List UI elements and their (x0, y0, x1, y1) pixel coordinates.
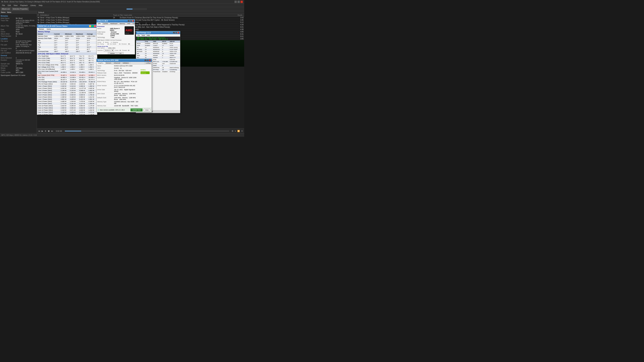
zen-val3: 10 (162, 53, 169, 55)
tab-memory[interactable]: Memory (118, 22, 126, 25)
sensor-min: 14.010 A (69, 74, 79, 76)
eq-icon[interactable]: ≡ (235, 130, 236, 132)
zen-close[interactable]: × (178, 32, 179, 33)
playlist-columns: P... Artist/album Track no Title / track… (37, 14, 244, 16)
sensor-current: 3.902 W (60, 98, 69, 100)
cpuz-family-row: Family F Model 1 Stepping (97, 41, 134, 43)
sensor-name: CPU CCo2 (Tdie) (37, 62, 60, 64)
menu-library[interactable]: Library (29, 4, 38, 7)
tab-bench[interactable]: Bench (140, 22, 146, 25)
zen-label: GDM (136, 44, 144, 46)
sensor-min: 42.0 °C (69, 55, 79, 57)
sensor-min: 33.8 °C (69, 59, 79, 62)
shuffle-icon[interactable]: 🔀 (237, 130, 240, 132)
artist-key: Artist Name (1, 17, 16, 19)
gpu-tab-advanced[interactable]: Advanced (112, 62, 122, 64)
sensor-min: 46.976 W (69, 81, 79, 83)
zen-label: tRP (136, 53, 144, 55)
prev-button[interactable]: ⏮ (38, 130, 40, 132)
gpu-driver-row: Driver Version 27.21.14.6140 (NVIDIA 461… (97, 85, 138, 88)
codec-value: MP3 (16, 69, 19, 71)
sensor-min: 0.191 W (69, 103, 79, 105)
close-update-button[interactable]: Close (144, 109, 150, 111)
maximize-button[interactable]: □ (238, 1, 240, 3)
cpuz-maximize[interactable]: □ (130, 20, 132, 22)
menu-file[interactable]: File (1, 4, 6, 7)
sensor-max: 4.633 W (78, 83, 88, 85)
sensor-min: 1.205 W (69, 87, 79, 89)
minimize-button[interactable]: − (234, 1, 237, 3)
gpu-maximize[interactable]: □ (147, 59, 148, 61)
gpu-close[interactable]: × (149, 59, 150, 61)
tab-mainboard[interactable]: Mainboard (109, 22, 119, 25)
filename-key: File name (1, 40, 16, 43)
zentimings-titlebar: ZenTimings 1.2.2 _ □ × (136, 31, 180, 34)
ok-button[interactable]: OK (118, 52, 124, 54)
close-icon[interactable]: ✕ (241, 130, 243, 132)
zen-maximize[interactable]: □ (175, 32, 177, 33)
seek-bar[interactable] (126, 8, 146, 10)
cpuz-minimize[interactable]: _ (128, 20, 130, 22)
sensor-name: Core 11 Power (SMU) (37, 107, 60, 109)
progress-bar[interactable] (65, 131, 229, 132)
last-modified-value: 2019-06-05 04:42:16 (16, 52, 31, 54)
list-item[interactable]: Mr. Bond - A Nazi Goes To Afrika (Mixtap… (37, 19, 244, 21)
metadata-title: Metadata (1, 14, 36, 17)
cpuz-close[interactable]: × (132, 20, 134, 22)
gpu-tab-sensors[interactable]: Sensors (105, 62, 112, 64)
tab-cpu[interactable]: CPU (96, 22, 102, 25)
tab-graphics[interactable]: Graphics (132, 22, 140, 25)
title-bar: Mr. Bond - [Screw Your Optics, I'm Going… (0, 0, 244, 4)
tab-spd[interactable]: SPD (126, 22, 132, 25)
zen-col-3600: 3600 (152, 40, 162, 42)
hwinfo-menu-sensor[interactable]: Sensor (38, 28, 45, 30)
cpuz-package-row: Package Socket AM4 (1331) (97, 33, 124, 36)
menu-help[interactable]: Help (38, 4, 44, 7)
zen-menu-help[interactable]: Help (146, 34, 150, 36)
zen-val1: 14 (144, 46, 152, 49)
metadata-section: Metadata Artist Name Mr. Bond Track Titl… (0, 14, 37, 77)
close-button[interactable]: × (240, 1, 243, 3)
sensor-avg: 1.635 W (88, 107, 97, 109)
sensor-max: 55.427 A (78, 79, 88, 81)
next-button[interactable]: ⏭ (51, 130, 53, 132)
gpu-tab-graphics[interactable]: Graphics (96, 62, 105, 64)
hwinfo-close[interactable] (94, 25, 96, 27)
gpu-lookup-button[interactable]: Lookup (144, 62, 152, 64)
update-now-button[interactable]: Update Now (130, 108, 142, 111)
tab-about[interactable]: About (146, 22, 152, 25)
play-button[interactable]: ▶ (42, 130, 43, 132)
hwinfo-menu-icons[interactable]: Icons (46, 28, 52, 30)
gpu-minimize[interactable]: _ (144, 59, 146, 61)
album-artist-key: Album Artist (1, 33, 16, 35)
menu-view[interactable]: View (12, 4, 19, 7)
menu-edit[interactable]: Edit (6, 4, 12, 7)
zen-val2: tWRRD (152, 57, 162, 59)
list-item[interactable]: Mr. Bond - A Nazi Goes To Afrika (Mixtap… (37, 16, 244, 19)
settings-icon[interactable]: ⚙ (232, 130, 234, 132)
sensor-current: 2.149 W (60, 111, 69, 113)
sensor-avg: 256 T (86, 50, 97, 53)
tab-caches[interactable]: Caches (102, 22, 109, 25)
sensor-avg: 44.0 T (86, 46, 97, 48)
socket-selector[interactable]: Socket #1 (104, 49, 114, 52)
zen-menu-file[interactable]: File (137, 34, 140, 36)
col-artist-album: P... Artist/album (38, 14, 113, 16)
hwinfo-maximize[interactable] (92, 25, 94, 27)
hwinfo-minimize[interactable] (89, 25, 91, 27)
gpu-tab-validation[interactable]: Validation (122, 62, 130, 64)
zen-col-1800: 1800.00 (169, 40, 180, 42)
gpu-subvendor-row: Subvendor Gigabyte Device ID: 10DE 2206-… (97, 77, 138, 80)
zen-menu-tools[interactable]: Tools (141, 34, 146, 36)
validate-button[interactable]: Validate (108, 52, 117, 54)
stop-button[interactable]: ⏹ (48, 130, 50, 132)
hwinfo-scroll[interactable]: Memory Timings Sensor Current Minimum Ma… (37, 30, 97, 115)
album-list-button[interactable]: Album List (1, 7, 11, 10)
pause-button[interactable]: ⏸ (44, 130, 46, 132)
sensor-avg: 33.608 A (88, 76, 97, 79)
filename-row: File name 08 Youth Of The Nation (P.O.D.… (1, 40, 36, 44)
gpu-default-clock-row: Default Clock 1440 MHz Memory 1188 MHz B… (97, 97, 138, 100)
menu-playback[interactable]: Playback (19, 4, 29, 7)
zen-minimize[interactable]: _ (173, 32, 175, 33)
selection-properties-button[interactable]: Selection Properties (12, 7, 29, 10)
